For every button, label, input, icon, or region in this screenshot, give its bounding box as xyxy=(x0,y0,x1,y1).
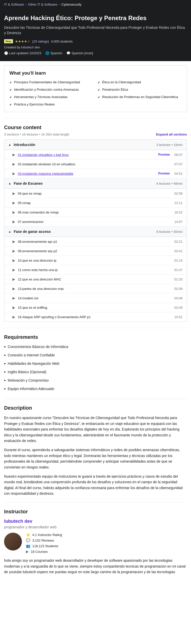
lecture-duration: 12:11 xyxy=(174,201,183,205)
requirements-title: Requirements xyxy=(4,334,187,340)
students-count: 4,000 students xyxy=(51,39,72,43)
description-section: Description En nuestro apasionante curso… xyxy=(4,405,187,496)
breadcrumb-it-software[interactable]: IT & Software xyxy=(4,3,24,6)
accordion-section-header[interactable]: ▲ Introducción 3 lectures • 18min xyxy=(4,140,187,150)
check-icon: ✔ xyxy=(9,88,12,92)
course-subtitle: Descubre las Técnicas de Ciberseguridad … xyxy=(4,25,187,36)
video-icon: ▶ xyxy=(12,171,15,176)
learn-item: ✔Resolución de Problemas en Seguridad Ci… xyxy=(98,95,182,100)
lecture-duration: 04:51 xyxy=(174,172,183,176)
course-content-title: Course content xyxy=(4,125,187,130)
instructor-students-stat: 👥 118,123 Students xyxy=(26,544,62,548)
accordion-section-header[interactable]: ▲ Fase de Escaneo 4 lectures • 48min xyxy=(4,178,187,189)
lecture-duration: 01:14 xyxy=(174,259,183,262)
lecture-title: 14.modelo osi xyxy=(18,296,172,300)
course-title: Aprende Hacking Ético: Protege y Penetra… xyxy=(4,14,187,22)
instructor-name[interactable]: lubutech dev xyxy=(4,519,187,524)
lecture-title: 02.instalando windows 10 en virtualbox xyxy=(18,162,172,166)
star-icon: ⭐ xyxy=(26,533,30,537)
video-icon: ▶ xyxy=(12,249,15,253)
lecture-title: 07.anonimizacion xyxy=(18,220,172,224)
lecture-duration: 03:41 xyxy=(174,249,183,253)
lecture-item: ▶ 13.partes de una direccion mac 02:09 xyxy=(4,284,187,293)
lecture-item: ▶ 02.instalando windows 10 en virtualbox… xyxy=(4,159,187,169)
lecture-duration: 02:21 xyxy=(174,240,183,244)
section-meta: 9 lectures • 30min xyxy=(156,230,183,234)
requirement-item: Habilidades de Navegación Web xyxy=(4,361,187,367)
instructor-link-hero[interactable]: lubutech dev xyxy=(21,45,40,49)
section-name: Fase de Escaneo xyxy=(14,181,154,185)
lecture-title[interactable]: 03.instalando maquina metasploitable xyxy=(18,172,156,176)
learn-item: ✔Ética en la Ciberseguridad xyxy=(98,80,182,85)
learn-item-text: Penetración Ética xyxy=(102,87,128,92)
main-content: What you'll learn ✔Principios Fundamenta… xyxy=(0,61,191,585)
video-icon: ▶ xyxy=(12,210,15,214)
breadcrumb-sep-2: › xyxy=(59,3,60,6)
last-updated: 🕐 Last updated 10/2023 xyxy=(4,51,41,55)
globe-icon: 🌐 xyxy=(45,51,49,55)
lecture-title: 05.nmap xyxy=(18,201,172,205)
lecture-title: 04.que es nmap xyxy=(18,192,172,195)
preview-badge[interactable]: Preview xyxy=(158,172,170,175)
lecture-item: ▶ 07.anonimizacion 14:07 xyxy=(4,217,187,226)
instructor-section: Instructor lubutech dev programador y de… xyxy=(4,509,187,575)
lecture-item: ▶ 05.nmap 12:11 xyxy=(4,198,187,208)
language-info: 🌐 Spanish xyxy=(45,51,62,55)
instructor-info: ⭐ 4.1 Instructor Rating 💬 3,152 Reviews … xyxy=(4,533,187,554)
accordion-section-header[interactable]: ▲ Fase de ganar acceso 9 lectures • 30mi… xyxy=(4,226,187,237)
breadcrumb: IT & Software › Other IT & Software › Cy… xyxy=(0,0,191,9)
learn-item: ✔Práctica y Ejercicios Reales xyxy=(9,102,94,107)
lecture-title[interactable]: 01.instalando virtualbox y kali linux xyxy=(18,153,156,157)
lecture-duration: 02:49 xyxy=(174,306,183,310)
lecture-duration: 01:47 xyxy=(174,268,183,272)
requirement-item: Conexión a Internet Confiable xyxy=(4,353,187,359)
check-icon: ✔ xyxy=(98,81,100,85)
learn-item: ✔Identificación y Protección contra Amen… xyxy=(9,87,94,92)
created-by: Created by lubutech dev xyxy=(4,45,187,49)
section-name: Fase de ganar acceso xyxy=(14,230,154,234)
star-rating: ★★★★☆ xyxy=(15,39,30,43)
lecture-item: ▶ 09.envenenamiento arp p2 03:41 xyxy=(4,246,187,256)
lecture-duration: 02:09 xyxy=(174,287,183,291)
lecture-duration: 06:07 xyxy=(174,153,183,157)
video-icon: ▶ xyxy=(12,258,15,262)
check-icon: ✔ xyxy=(9,95,12,100)
breadcrumb-other-it[interactable]: Other IT & Software xyxy=(28,3,57,6)
section-meta: 3 lectures • 18min xyxy=(156,143,183,147)
course-meta-text: 3 sections • 16 lectures • 1h 35m total … xyxy=(4,132,69,136)
video-icon: ▶ xyxy=(12,296,15,300)
lecture-duration: 18:22 xyxy=(174,210,183,214)
video-icon: ▶ xyxy=(12,201,15,205)
video-icon: ▶ xyxy=(12,268,15,272)
learn-item-text: Resolución de Problemas en Seguridad Cib… xyxy=(102,95,178,99)
instructor-bio: hola amigo soy un programador web desarr… xyxy=(4,558,187,575)
learn-item-text: Ética en la Ciberseguridad xyxy=(102,80,141,85)
check-icon: ✔ xyxy=(98,95,100,100)
lecture-title: 06.mas comandos de nmap xyxy=(18,210,172,214)
expand-all-button[interactable]: Expand all sections xyxy=(156,132,187,136)
lecture-duration: 02:59 xyxy=(174,192,183,195)
video-icon: ▶ xyxy=(12,287,15,291)
courses-icon: ▶ xyxy=(26,549,29,554)
requirements-section: Requirements Conocimientos Básicos de In… xyxy=(4,334,187,393)
lecture-duration: 10:51 xyxy=(174,315,183,319)
students-icon: 👥 xyxy=(26,544,30,548)
lecture-item: ▶ 14.modelo osi 03:46 xyxy=(4,293,187,303)
section-meta: 4 lectures • 48min xyxy=(156,182,183,185)
instructor-role: programador y desarrollador web xyxy=(4,525,187,529)
what-you-learn-title: What you'll learn xyxy=(9,71,182,76)
requirement-item: Motivación y Compromiso xyxy=(4,378,187,384)
lecture-item: ▶ 16.Ataque ARP spoofing o Envenamiento … xyxy=(4,312,187,321)
check-icon: ✔ xyxy=(9,103,12,107)
lecture-duration: 07:07 xyxy=(174,162,183,166)
ratings-count[interactable]: (23 ratings) xyxy=(32,39,49,43)
lecture-title: 16.Ataque ARP spoofing o Envenamiento AR… xyxy=(18,315,172,319)
lecture-title: 09.envenenamiento arp p2 xyxy=(18,249,172,253)
learn-item-text: Principios Fundamentales de Cibersegurid… xyxy=(14,80,80,85)
learn-item: ✔Penetración Ética xyxy=(98,87,182,92)
description-paragraph: Nuestro experimentado equipo de instruct… xyxy=(4,474,187,497)
lecture-duration: 01:33 xyxy=(174,277,183,281)
preview-badge[interactable]: Preview xyxy=(158,153,170,156)
description-title: Description xyxy=(4,405,187,411)
learn-item: ✔Principios Fundamentales de Ciberseguri… xyxy=(9,80,94,85)
